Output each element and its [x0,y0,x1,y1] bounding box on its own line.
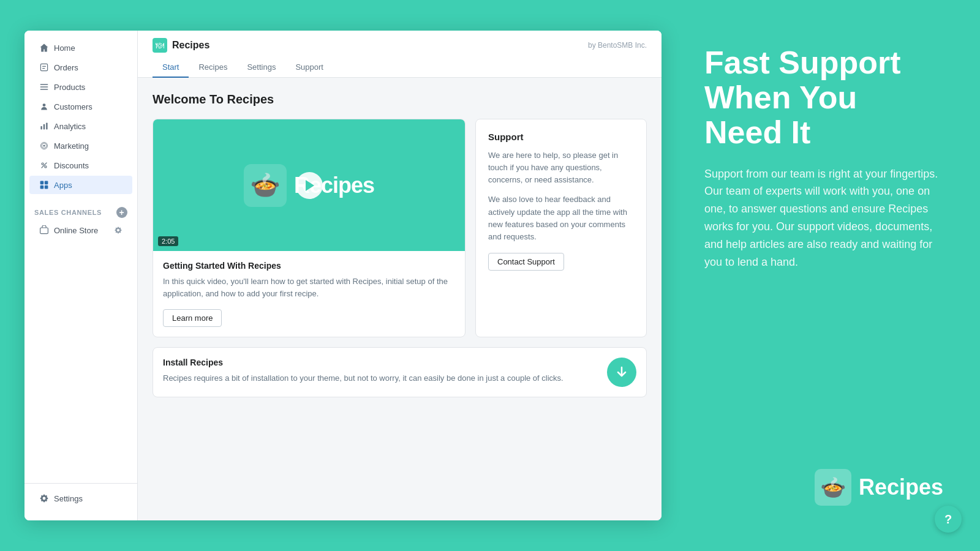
video-card-desc: In this quick video, you'll learn how to… [163,276,455,299]
svg-text:🍽: 🍽 [156,40,164,50]
add-sales-channel-btn[interactable]: + [116,207,127,218]
install-card-title: Install Recipes [163,358,597,367]
sidebar-item-orders[interactable]: Orders [29,58,132,77]
app-title-row: 🍽 Recipes by BentoSMB Inc. [153,31,647,58]
support-text-2: We also love to hear feedback and active… [488,193,634,243]
settings-label: Settings [54,494,83,503]
svg-rect-4 [46,122,47,129]
top-cards-row: 🍲 Recipes 2:05 Getti [153,119,647,337]
svg-text:🍲: 🍲 [820,475,846,500]
install-card: Install Recipes Recipes requires a bit o… [153,347,647,397]
discounts-icon [39,160,49,170]
app-header: 🍽 Recipes by BentoSMB Inc. Start Recipes… [138,31,662,78]
right-panel-content: Fast Support When You Need It Support fr… [704,45,943,469]
tabs-row: Start Recipes Settings Support [153,58,647,77]
sidebar-item-label: Orders [54,63,78,72]
svg-text:🍲: 🍲 [250,170,281,200]
sidebar-item-label: Apps [54,181,72,190]
right-logo-text: Recipes [859,474,943,500]
products-icon [39,82,49,92]
sidebar-item-label: Online Store [54,226,98,235]
svg-rect-0 [40,64,47,70]
marketing-icon [39,141,49,151]
app-title: Recipes [172,40,209,51]
sidebar-item-label: Customers [54,102,92,111]
right-logo-icon: 🍲 [815,469,851,506]
title-line3: Need It [704,114,810,150]
tab-recipes[interactable]: Recipes [189,58,237,78]
svg-rect-10 [40,186,44,189]
video-play-button[interactable] [296,172,323,199]
sidebar-item-home[interactable]: Home [29,39,132,57]
sidebar-item-label: Analytics [54,122,86,131]
svg-point-6 [42,163,43,165]
svg-point-1 [43,103,46,107]
analytics-icon [39,121,49,131]
online-store-icon [39,225,49,235]
sidebar-item-marketing[interactable]: Marketing [29,137,132,155]
support-text-1: We are here to help, so please get in to… [488,149,634,186]
install-card-desc: Recipes requires a bit of installation t… [163,372,597,384]
svg-rect-9 [45,181,48,185]
tab-support[interactable]: Support [285,58,333,78]
support-card-title: Support [488,132,634,142]
learn-more-button[interactable]: Learn more [163,309,222,327]
sidebar-item-customers[interactable]: Customers [29,97,132,116]
sales-channels-header: SALES CHANNELS + [24,200,137,220]
settings-gear-icon [39,493,49,503]
sidebar-item-label: Products [54,83,85,92]
apps-icon [39,180,49,190]
sales-channels-label: SALES CHANNELS [34,209,102,216]
sidebar-item-analytics[interactable]: Analytics [29,117,132,135]
right-logo: 🍲 Recipes [815,469,943,506]
sidebar-item-label: Home [54,43,75,53]
svg-rect-11 [45,186,48,189]
sidebar-footer: Settings [24,483,137,513]
video-info: Getting Started With Recipes In this qui… [153,251,465,337]
fast-support-title: Fast Support When You Need It [704,45,943,151]
sidebar-item-online-store[interactable]: Online Store [29,221,132,239]
settings-icon[interactable] [114,226,123,234]
install-card-content: Install Recipes Recipes requires a bit o… [163,358,597,384]
svg-rect-2 [40,126,42,130]
page-title: Welcome To Recipes [153,92,647,107]
outer-wrapper: Home Orders Products Customers Analytics… [0,0,980,551]
contact-support-button[interactable]: Contact Support [488,253,564,271]
sidebar-item-products[interactable]: Products [29,78,132,96]
support-card: Support We are here to help, so please g… [475,119,647,337]
page-content: Welcome To Recipes 🍲 [138,78,662,520]
video-recipes-icon: 🍲 [244,164,287,207]
install-card-icon [607,358,636,387]
tab-start[interactable]: Start [153,58,189,78]
svg-rect-12 [40,228,48,234]
fast-support-desc: Support from our team is right at your f… [704,165,943,271]
title-line1: Fast Support [704,45,901,80]
app-window: Home Orders Products Customers Analytics… [24,31,662,520]
video-card-title: Getting Started With Recipes [163,261,455,271]
svg-rect-3 [43,124,45,130]
sidebar-item-label: Discounts [54,161,89,170]
home-icon [39,43,49,53]
customers-icon [39,102,49,111]
play-triangle [306,180,314,191]
orders-icon [39,62,49,72]
right-panel: Fast Support When You Need It Support fr… [692,31,956,520]
app-by-text: by BentoSMB Inc. [588,41,647,50]
sidebar: Home Orders Products Customers Analytics… [24,31,138,520]
app-title-left: 🍽 Recipes [153,38,209,53]
sidebar-item-apps[interactable]: Apps [29,176,132,194]
svg-point-5 [43,144,45,146]
app-logo-icon: 🍽 [153,38,167,53]
video-thumbnail: 🍲 Recipes 2:05 [153,119,465,251]
sidebar-item-label: Marketing [54,141,89,151]
install-arrow-icon [613,364,630,381]
main-content: 🍽 Recipes by BentoSMB Inc. Start Recipes… [138,31,662,520]
tab-settings[interactable]: Settings [237,58,285,78]
video-duration: 2:05 [158,236,178,246]
svg-point-7 [45,166,47,168]
title-line2: When You [704,80,857,115]
svg-rect-8 [40,181,44,185]
sidebar-item-discounts[interactable]: Discounts [29,156,132,174]
sidebar-item-settings[interactable]: Settings [29,489,132,508]
video-card: 🍲 Recipes 2:05 Getti [153,119,466,337]
